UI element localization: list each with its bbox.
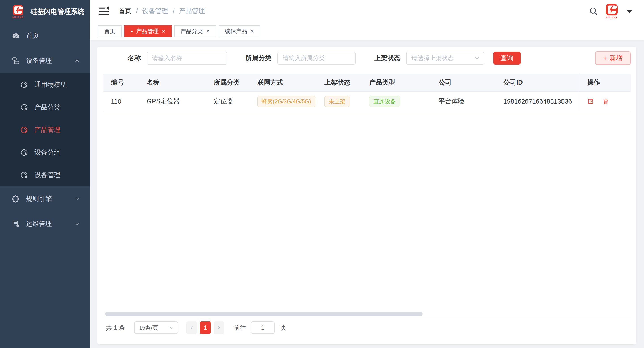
sidebar-item-product-category[interactable]: 产品分类 [0,96,90,118]
page-size-select[interactable]: 15条/页 [134,322,178,334]
sidebar-item-home[interactable]: 首页 [0,23,90,48]
goto-page-input[interactable] [251,322,274,334]
breadcrumb-device-management[interactable]: 设备管理 [142,7,168,16]
breadcrumb-home[interactable]: 首页 [118,7,132,16]
close-icon[interactable]: × [206,28,210,34]
chevron-down-icon [168,325,174,330]
page-size-value: 15条/页 [139,324,158,332]
category-input[interactable] [277,52,356,65]
cell-status: 未上架 [316,96,361,107]
tab-edit-product[interactable]: 编辑产品 × [219,25,260,37]
goto-label: 前往 [234,324,246,332]
sidebar-item-rule-engine[interactable]: 规则引擎 [0,186,90,211]
close-icon[interactable]: × [162,28,165,34]
ops-icon [12,220,20,228]
device-management-submenu: 通用物模型 产品分类 产品管理 设备分组 设备管理 [0,73,90,186]
chevron-down-icon [74,221,80,227]
tab-label: 产品分类 [180,28,203,35]
category-label: 所属分类 [246,54,272,62]
tab-home[interactable]: 首页 [98,25,122,37]
puzzle-icon [12,195,20,203]
col-type: 产品类型 [361,78,430,87]
filter-bar: 名称 所属分类 上架状态 请选择上架状态 查询 + 新增 [103,52,630,65]
tab-product-category[interactable]: 产品分类 × [174,25,216,37]
sidebar: SILIZAP 硅基闪电管理系统 首页 设备管理 通用物模型 产品分类 产品管理… [0,0,90,348]
sidebar-item-thing-model[interactable]: 通用物模型 [0,73,90,96]
sidebar-item-ops-management[interactable]: 运维管理 [0,211,90,236]
cell-company: 平台体验 [430,97,495,106]
sidebar-logo[interactable]: SILIZAP 硅基闪电管理系统 [0,0,90,23]
chevron-up-icon [74,58,80,64]
sidebar-item-label: 产品分类 [34,103,60,112]
cell-type: 直连设备 [361,96,430,107]
plus-icon: + [603,54,607,62]
current-page-button[interactable]: 1 [200,322,211,334]
breadcrumb-separator: / [136,8,138,15]
next-page-button[interactable] [214,322,224,334]
sidebar-item-label: 设备管理 [34,171,60,180]
col-actions: 操作 [579,74,630,91]
name-input[interactable] [147,52,227,65]
dashboard-icon [12,32,20,40]
col-status: 上架状态 [316,78,361,87]
tree-icon [12,57,20,65]
user-logo[interactable]: SILIZAP [606,4,618,19]
tab-product-management[interactable]: ● 产品管理 × [124,25,172,37]
cell-actions [579,92,630,111]
breadcrumb-separator: / [173,8,174,15]
sidebar-item-label: 首页 [26,31,39,40]
table-bottom-divider [103,318,630,318]
sidebar-item-device-mgmt-sub[interactable]: 设备管理 [0,164,90,186]
sidebar-fold-icon[interactable] [98,6,110,16]
tab-label: 产品管理 [136,28,158,35]
topbar-actions: SILIZAP [589,4,632,19]
chevron-down-icon [74,196,80,202]
col-id: 编号 [103,78,139,87]
horizontal-scrollbar[interactable] [105,312,422,316]
sidebar-item-device-management[interactable]: 设备管理 [0,48,90,73]
table-header: 编号 名称 所属分类 联网方式 上架状态 产品类型 公司 公司ID 操作 [103,74,630,92]
tags-view-bar: 首页 ● 产品管理 × 产品分类 × 编辑产品 × [90,22,644,40]
status-select-placeholder: 请选择上架状态 [412,54,454,62]
user-dropdown-caret-icon[interactable] [626,10,632,13]
add-button-label: 新增 [610,54,622,62]
close-icon[interactable]: × [250,28,254,34]
product-table: 编号 名称 所属分类 联网方式 上架状态 产品类型 公司 公司ID 操作 110… [103,74,630,112]
main-content: 名称 所属分类 上架状态 请选择上架状态 查询 + 新增 编号 名称 所属分类 … [90,40,644,348]
cell-name: GPS定位器 [139,97,206,106]
delete-icon[interactable] [602,98,609,105]
status-select[interactable]: 请选择上架状态 [406,52,484,65]
sidebar-item-label: 通用物模型 [34,80,67,89]
chevron-right-icon [216,325,222,330]
chevron-down-icon [474,55,480,61]
active-dot-icon: ● [130,29,133,33]
tab-label: 首页 [104,28,116,35]
page-word: 页 [280,324,286,332]
topbar: 首页 / 设备管理 / 产品管理 SILIZAP [90,0,644,22]
cell-company-id: 1981626716648513536 [495,98,579,105]
search-button[interactable]: 查询 [493,52,520,65]
product-card: 名称 所属分类 上架状态 请选择上架状态 查询 + 新增 编号 名称 所属分类 … [98,46,636,344]
cell-category: 定位器 [206,97,249,106]
sidebar-item-device-group[interactable]: 设备分组 [0,141,90,164]
edit-icon[interactable] [587,98,594,105]
tab-label: 编辑产品 [225,28,247,35]
type-badge: 直连设备 [369,96,400,107]
cell-network: 蜂窝(2G/3G/4G/5G) [249,96,316,107]
name-label: 名称 [128,54,141,62]
breadcrumb: 首页 / 设备管理 / 产品管理 [118,7,205,16]
palette-icon [20,148,28,156]
prev-page-button[interactable] [186,322,197,334]
brand-text: SILIZAP [12,16,24,18]
app-title: 硅基闪电管理系统 [31,7,84,16]
col-network: 联网方式 [249,78,316,87]
palette-icon [20,103,28,112]
sidebar-item-product-management[interactable]: 产品管理 [0,118,90,141]
cell-id: 110 [103,98,139,105]
search-icon[interactable] [589,6,598,16]
sidebar-item-label: 规则引擎 [26,194,52,203]
add-button[interactable]: + 新增 [595,52,630,65]
col-name: 名称 [139,78,206,87]
sidebar-item-label: 产品管理 [34,126,60,134]
palette-icon [20,81,28,89]
